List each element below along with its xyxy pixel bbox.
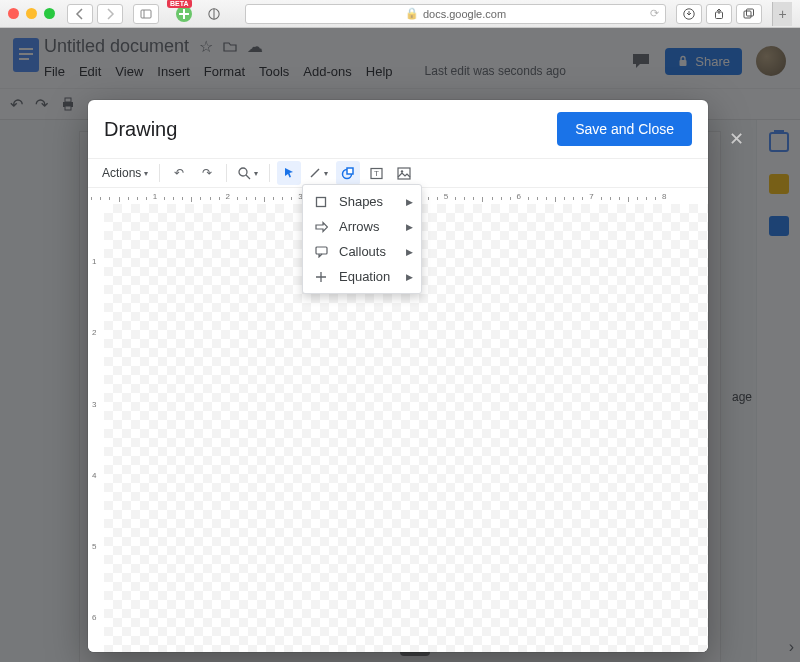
side-panel-expand-icon[interactable]: › (789, 638, 794, 656)
redo-icon[interactable]: ↷ (35, 95, 48, 114)
redo-button[interactable]: ↷ (195, 161, 219, 185)
svg-rect-20 (347, 168, 353, 174)
undo-icon[interactable]: ↶ (10, 95, 23, 114)
ruler-number: 7 (589, 192, 593, 201)
safari-toolbar: BETA 🔒 docs.google.com ⟳ + (0, 0, 800, 28)
shape-menu-equation[interactable]: Equation ▶ (303, 264, 421, 289)
lock-icon: 🔒 (405, 7, 419, 20)
svg-rect-26 (316, 247, 327, 254)
comments-icon[interactable] (631, 51, 651, 71)
vertical-ruler: 123456 (88, 204, 104, 652)
move-icon[interactable] (223, 39, 237, 53)
tasks-addon-icon[interactable] (769, 216, 789, 236)
dialog-title: Drawing (104, 118, 177, 141)
shape-menu-callouts[interactable]: Callouts ▶ (303, 239, 421, 264)
last-edit-text[interactable]: Last edit was seconds ago (425, 64, 566, 78)
svg-rect-23 (398, 168, 410, 179)
arrows-icon (313, 221, 329, 233)
ruler-number: 4 (92, 471, 96, 480)
actions-menu[interactable]: Actions (98, 161, 152, 185)
save-and-close-button[interactable]: Save and Close (557, 112, 692, 146)
close-window-button[interactable] (8, 8, 19, 19)
extension-icon[interactable]: BETA (173, 3, 195, 25)
modal-close-button[interactable]: ✕ (729, 128, 744, 150)
svg-rect-12 (680, 60, 687, 66)
submenu-arrow-icon: ▶ (406, 272, 413, 282)
keep-addon-icon[interactable] (769, 174, 789, 194)
zoom-button[interactable] (234, 161, 262, 185)
cloud-status-icon[interactable]: ☁ (247, 37, 263, 56)
svg-rect-25 (317, 197, 326, 206)
svg-line-17 (246, 175, 250, 179)
forward-button[interactable] (97, 4, 123, 24)
ruler-number: 6 (517, 192, 521, 201)
menu-addons[interactable]: Add-ons (303, 64, 351, 79)
sidebar-toggle-button[interactable] (133, 4, 159, 24)
maximize-window-button[interactable] (44, 8, 55, 19)
shape-dropdown-menu: Shapes ▶ Arrows ▶ Callouts ▶ Equation ▶ (302, 184, 422, 294)
ruler-number: 6 (92, 613, 96, 622)
minimize-window-button[interactable] (26, 8, 37, 19)
back-button[interactable] (67, 4, 93, 24)
print-icon[interactable] (60, 96, 76, 112)
drawing-dialog: Drawing Save and Close Actions ↶ ↷ T 123… (88, 100, 708, 652)
star-icon[interactable]: ☆ (199, 37, 213, 56)
docs-window: Untitled document ☆ ☁ File Edit View Ins… (0, 28, 800, 662)
ruler-number: 5 (92, 542, 96, 551)
truncated-sidebar-text: age (732, 390, 752, 404)
submenu-arrow-icon: ▶ (406, 222, 413, 232)
new-tab-button[interactable]: + (772, 2, 792, 26)
menu-insert[interactable]: Insert (157, 64, 190, 79)
svg-text:T: T (374, 169, 379, 178)
svg-rect-15 (65, 106, 71, 110)
svg-rect-11 (19, 58, 29, 60)
docs-logo-icon[interactable] (8, 34, 44, 82)
ruler-number: 2 (92, 328, 96, 337)
ruler-number: 1 (92, 257, 96, 266)
document-title[interactable]: Untitled document (44, 36, 189, 57)
share-button[interactable]: Share (665, 48, 742, 75)
line-tool[interactable] (305, 161, 332, 185)
menu-help[interactable]: Help (366, 64, 393, 79)
share-button-safari[interactable] (706, 4, 732, 24)
textbox-tool[interactable]: T (364, 161, 388, 185)
menu-bar: File Edit View Insert Format Tools Add-o… (44, 60, 631, 82)
calendar-addon-icon[interactable] (769, 132, 789, 152)
menu-format[interactable]: Format (204, 64, 245, 79)
docs-header: Untitled document ☆ ☁ File Edit View Ins… (0, 28, 800, 88)
address-bar[interactable]: 🔒 docs.google.com ⟳ (245, 4, 666, 24)
window-controls (8, 8, 55, 19)
select-tool[interactable] (277, 161, 301, 185)
lock-icon (677, 55, 689, 67)
ruler-number: 3 (92, 400, 96, 409)
submenu-arrow-icon: ▶ (406, 197, 413, 207)
menu-view[interactable]: View (115, 64, 143, 79)
svg-rect-0 (141, 10, 151, 18)
ruler-number: 2 (225, 192, 229, 201)
side-panel (756, 120, 800, 662)
tabs-button[interactable] (736, 4, 762, 24)
share-label: Share (695, 54, 730, 69)
menu-tools[interactable]: Tools (259, 64, 289, 79)
svg-rect-14 (65, 98, 71, 102)
svg-rect-9 (19, 48, 33, 50)
ruler-number: 1 (153, 192, 157, 201)
undo-button[interactable]: ↶ (167, 161, 191, 185)
callouts-icon (313, 246, 329, 258)
svg-point-16 (239, 168, 247, 176)
account-avatar[interactable] (756, 46, 786, 76)
menu-file[interactable]: File (44, 64, 65, 79)
shape-tool[interactable] (336, 161, 360, 185)
submenu-arrow-icon: ▶ (406, 247, 413, 257)
svg-line-18 (311, 169, 319, 177)
svg-rect-6 (744, 11, 751, 18)
image-tool[interactable] (392, 161, 416, 185)
svg-rect-10 (19, 53, 33, 55)
reload-icon[interactable]: ⟳ (650, 7, 659, 20)
menu-edit[interactable]: Edit (79, 64, 101, 79)
shape-menu-arrows[interactable]: Arrows ▶ (303, 214, 421, 239)
ruler-number: 5 (444, 192, 448, 201)
downloads-button[interactable] (676, 4, 702, 24)
shape-menu-shapes[interactable]: Shapes ▶ (303, 189, 421, 214)
shield-icon[interactable] (201, 4, 227, 24)
